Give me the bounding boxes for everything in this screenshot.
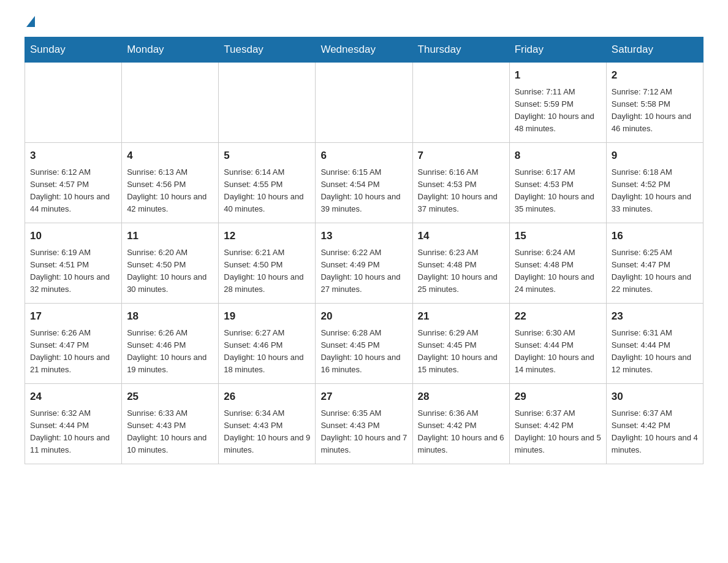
calendar-cell: 8Sunrise: 6:17 AM Sunset: 4:53 PM Daylig… (509, 143, 606, 223)
calendar-cell: 18Sunrise: 6:26 AM Sunset: 4:46 PM Dayli… (122, 304, 219, 384)
calendar-cell (25, 63, 122, 143)
day-number: 29 (515, 389, 601, 405)
calendar-cell: 10Sunrise: 6:19 AM Sunset: 4:51 PM Dayli… (25, 223, 122, 304)
calendar-cell: 26Sunrise: 6:34 AM Sunset: 4:43 PM Dayli… (219, 384, 316, 464)
day-number: 24 (30, 389, 116, 405)
calendar-cell (219, 63, 316, 143)
day-number: 17 (30, 308, 116, 324)
day-info: Sunrise: 7:11 AM Sunset: 5:59 PM Dayligh… (515, 86, 601, 136)
day-info: Sunrise: 6:29 AM Sunset: 4:45 PM Dayligh… (418, 327, 504, 377)
calendar-week-row: 10Sunrise: 6:19 AM Sunset: 4:51 PM Dayli… (25, 223, 703, 304)
day-number: 8 (515, 148, 601, 164)
calendar-cell: 3Sunrise: 6:12 AM Sunset: 4:57 PM Daylig… (25, 143, 122, 223)
day-info: Sunrise: 6:24 AM Sunset: 4:48 PM Dayligh… (515, 247, 601, 296)
day-info: Sunrise: 6:20 AM Sunset: 4:50 PM Dayligh… (127, 247, 213, 296)
day-number: 7 (418, 148, 504, 164)
day-info: Sunrise: 6:26 AM Sunset: 4:47 PM Dayligh… (30, 327, 116, 377)
day-number: 15 (515, 228, 601, 244)
day-info: Sunrise: 6:13 AM Sunset: 4:56 PM Dayligh… (127, 166, 213, 216)
calendar-cell: 2Sunrise: 7:12 AM Sunset: 5:58 PM Daylig… (606, 63, 703, 143)
day-number: 3 (30, 148, 116, 164)
day-number: 5 (224, 148, 310, 164)
calendar-cell: 30Sunrise: 6:37 AM Sunset: 4:42 PM Dayli… (606, 384, 703, 464)
calendar-cell: 4Sunrise: 6:13 AM Sunset: 4:56 PM Daylig… (122, 143, 219, 223)
day-of-week-header: Tuesday (219, 37, 316, 63)
day-info: Sunrise: 6:17 AM Sunset: 4:53 PM Dayligh… (515, 166, 601, 216)
day-info: Sunrise: 6:26 AM Sunset: 4:46 PM Dayligh… (127, 327, 213, 377)
calendar-cell: 11Sunrise: 6:20 AM Sunset: 4:50 PM Dayli… (122, 223, 219, 304)
day-info: Sunrise: 6:37 AM Sunset: 4:42 PM Dayligh… (612, 407, 698, 457)
day-number: 6 (320, 148, 407, 164)
calendar-cell: 23Sunrise: 6:31 AM Sunset: 4:44 PM Dayli… (606, 304, 703, 384)
day-info: Sunrise: 6:12 AM Sunset: 4:57 PM Dayligh… (30, 166, 116, 216)
day-number: 26 (224, 389, 310, 405)
day-number: 10 (30, 228, 116, 244)
calendar-header-row: SundayMondayTuesdayWednesdayThursdayFrid… (25, 37, 703, 63)
logo-triangle-icon (26, 16, 35, 27)
day-info: Sunrise: 6:37 AM Sunset: 4:42 PM Dayligh… (515, 407, 601, 457)
day-number: 1 (515, 67, 601, 83)
calendar-cell: 25Sunrise: 6:33 AM Sunset: 4:43 PM Dayli… (122, 384, 219, 464)
calendar-cell: 22Sunrise: 6:30 AM Sunset: 4:44 PM Dayli… (509, 304, 606, 384)
calendar-cell: 15Sunrise: 6:24 AM Sunset: 4:48 PM Dayli… (509, 223, 606, 304)
calendar-cell: 21Sunrise: 6:29 AM Sunset: 4:45 PM Dayli… (412, 304, 509, 384)
calendar-cell: 20Sunrise: 6:28 AM Sunset: 4:45 PM Dayli… (316, 304, 412, 384)
day-info: Sunrise: 7:12 AM Sunset: 5:58 PM Dayligh… (612, 86, 698, 136)
day-number: 4 (127, 148, 213, 164)
day-info: Sunrise: 6:14 AM Sunset: 4:55 PM Dayligh… (224, 166, 310, 216)
day-of-week-header: Thursday (412, 37, 509, 63)
day-info: Sunrise: 6:22 AM Sunset: 4:49 PM Dayligh… (320, 247, 407, 296)
day-number: 16 (612, 228, 698, 244)
calendar-cell: 16Sunrise: 6:25 AM Sunset: 4:47 PM Dayli… (606, 223, 703, 304)
day-info: Sunrise: 6:33 AM Sunset: 4:43 PM Dayligh… (127, 407, 213, 457)
day-of-week-header: Saturday (606, 37, 703, 63)
day-number: 14 (418, 228, 504, 244)
calendar-cell (412, 63, 509, 143)
calendar-week-row: 3Sunrise: 6:12 AM Sunset: 4:57 PM Daylig… (25, 143, 703, 223)
calendar-cell: 19Sunrise: 6:27 AM Sunset: 4:46 PM Dayli… (219, 304, 316, 384)
calendar-cell: 1Sunrise: 7:11 AM Sunset: 5:59 PM Daylig… (509, 63, 606, 143)
day-number: 28 (418, 389, 504, 405)
calendar-cell: 14Sunrise: 6:23 AM Sunset: 4:48 PM Dayli… (412, 223, 509, 304)
day-info: Sunrise: 6:32 AM Sunset: 4:44 PM Dayligh… (30, 407, 116, 457)
calendar-cell: 17Sunrise: 6:26 AM Sunset: 4:47 PM Dayli… (25, 304, 122, 384)
day-number: 11 (127, 228, 213, 244)
day-of-week-header: Monday (122, 37, 219, 63)
calendar-table: SundayMondayTuesdayWednesdayThursdayFrid… (25, 37, 703, 464)
day-info: Sunrise: 6:34 AM Sunset: 4:43 PM Dayligh… (224, 407, 310, 457)
calendar-cell: 13Sunrise: 6:22 AM Sunset: 4:49 PM Dayli… (316, 223, 412, 304)
day-number: 2 (612, 67, 698, 83)
page-header (25, 18, 703, 25)
day-number: 20 (320, 308, 407, 324)
calendar-cell: 5Sunrise: 6:14 AM Sunset: 4:55 PM Daylig… (219, 143, 316, 223)
day-number: 13 (320, 228, 407, 244)
day-number: 23 (612, 308, 698, 324)
calendar-cell: 29Sunrise: 6:37 AM Sunset: 4:42 PM Dayli… (509, 384, 606, 464)
calendar-week-row: 17Sunrise: 6:26 AM Sunset: 4:47 PM Dayli… (25, 304, 703, 384)
day-info: Sunrise: 6:16 AM Sunset: 4:53 PM Dayligh… (418, 166, 504, 216)
day-info: Sunrise: 6:30 AM Sunset: 4:44 PM Dayligh… (515, 327, 601, 377)
day-info: Sunrise: 6:15 AM Sunset: 4:54 PM Dayligh… (320, 166, 407, 216)
day-info: Sunrise: 6:25 AM Sunset: 4:47 PM Dayligh… (612, 247, 698, 296)
day-info: Sunrise: 6:23 AM Sunset: 4:48 PM Dayligh… (418, 247, 504, 296)
day-info: Sunrise: 6:21 AM Sunset: 4:50 PM Dayligh… (224, 247, 310, 296)
day-info: Sunrise: 6:19 AM Sunset: 4:51 PM Dayligh… (30, 247, 116, 296)
day-info: Sunrise: 6:28 AM Sunset: 4:45 PM Dayligh… (320, 327, 407, 377)
day-number: 9 (612, 148, 698, 164)
day-number: 25 (127, 389, 213, 405)
day-of-week-header: Sunday (25, 37, 122, 63)
day-number: 19 (224, 308, 310, 324)
day-number: 30 (612, 389, 698, 405)
calendar-cell: 12Sunrise: 6:21 AM Sunset: 4:50 PM Dayli… (219, 223, 316, 304)
calendar-cell: 9Sunrise: 6:18 AM Sunset: 4:52 PM Daylig… (606, 143, 703, 223)
day-number: 12 (224, 228, 310, 244)
day-number: 22 (515, 308, 601, 324)
day-info: Sunrise: 6:31 AM Sunset: 4:44 PM Dayligh… (612, 327, 698, 377)
day-info: Sunrise: 6:36 AM Sunset: 4:42 PM Dayligh… (418, 407, 504, 457)
day-of-week-header: Wednesday (316, 37, 412, 63)
calendar-cell: 24Sunrise: 6:32 AM Sunset: 4:44 PM Dayli… (25, 384, 122, 464)
day-info: Sunrise: 6:35 AM Sunset: 4:43 PM Dayligh… (320, 407, 407, 457)
calendar-week-row: 24Sunrise: 6:32 AM Sunset: 4:44 PM Dayli… (25, 384, 703, 464)
day-info: Sunrise: 6:18 AM Sunset: 4:52 PM Dayligh… (612, 166, 698, 216)
calendar-week-row: 1Sunrise: 7:11 AM Sunset: 5:59 PM Daylig… (25, 63, 703, 143)
